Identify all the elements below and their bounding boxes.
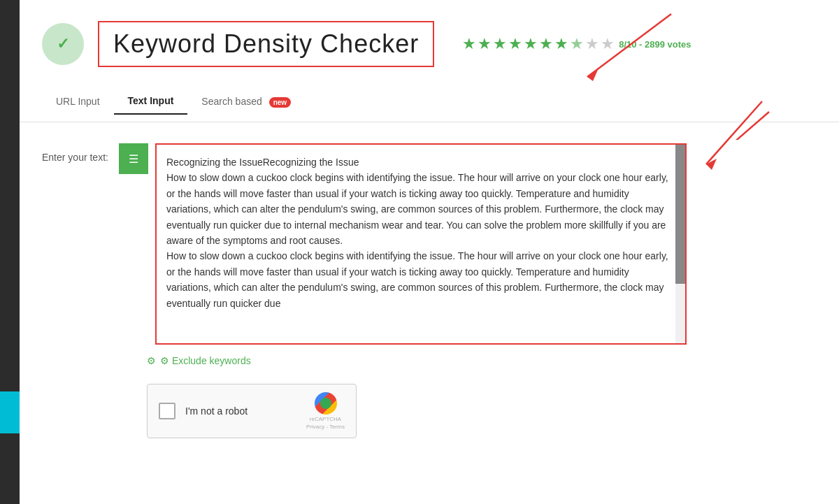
recaptcha-text: reCAPTCHA	[310, 416, 341, 422]
stars-container: ★ ★ ★ ★ ★ ★ ★ ★ ★ ★	[462, 35, 615, 53]
text-input-area[interactable]: Recognizing the IssueRecognizing the Iss…	[157, 145, 685, 340]
rating-text: 8/10 - 2899 votes	[619, 39, 691, 50]
logo-chevron-icon: ✓	[57, 35, 69, 53]
captcha-checkbox[interactable]	[159, 403, 175, 419]
svg-marker-1	[587, 70, 598, 81]
recaptcha-privacy: Privacy - Terms	[306, 424, 345, 430]
star-1: ★	[462, 35, 476, 53]
star-3: ★	[493, 35, 507, 53]
logo-circle[interactable]: ✓	[42, 23, 84, 65]
star-7: ★	[554, 35, 568, 53]
star-2: ★	[478, 35, 492, 53]
textarea-wrapper: Recognizing the IssueRecognizing the Iss…	[155, 143, 687, 345]
star-6: ★	[539, 35, 553, 53]
main-content: Enter your text: ☰ Recognizing the Issue…	[0, 122, 839, 459]
recaptcha-badge-icon	[315, 392, 337, 415]
text-tools-icon: ☰	[129, 152, 138, 166]
page-wrapper: ✓ Keyword Density Checker ★ ★ ★ ★ ★ ★ ★ …	[0, 0, 839, 504]
tabs-bar: URL Input Text Input Search based new	[0, 81, 839, 122]
gear-icon: ⚙	[147, 355, 156, 366]
tab-search-based-label: Search based	[201, 96, 261, 107]
star-8: ★	[570, 35, 584, 53]
star-4: ★	[508, 35, 522, 53]
tab-search-based[interactable]: Search based new	[187, 89, 305, 114]
rating-area: ★ ★ ★ ★ ★ ★ ★ ★ ★ ★ 8/10 - 2899 votes	[462, 35, 691, 53]
tab-url-input[interactable]: URL Input	[42, 89, 114, 114]
new-badge: new	[269, 97, 291, 108]
input-row: Enter your text: ☰ Recognizing the Issue…	[42, 143, 797, 345]
scrollbar-track	[675, 145, 685, 343]
star-9: ★	[585, 35, 599, 53]
header: ✓ Keyword Density Checker ★ ★ ★ ★ ★ ★ ★ …	[0, 0, 839, 81]
captcha-area: I'm not a robot reCAPTCHA Privacy - Term…	[42, 384, 797, 438]
input-label: Enter your text:	[42, 143, 112, 163]
recaptcha-logo: reCAPTCHA Privacy - Terms	[306, 392, 345, 430]
star-5: ★	[524, 35, 538, 53]
title-box: Keyword Density Checker	[98, 21, 434, 67]
scrollbar-thumb[interactable]	[675, 145, 685, 284]
exclude-keywords-section: ⚙ ⚙ Exclude keywords	[42, 354, 797, 367]
tab-text-input[interactable]: Text Input	[114, 88, 188, 115]
captcha-label: I'm not a robot	[185, 405, 296, 417]
exclude-keywords-link[interactable]: ⚙ ⚙ Exclude keywords	[147, 355, 251, 366]
text-tools-button[interactable]: ☰	[119, 143, 148, 174]
exclude-keywords-label: ⚙ Exclude keywords	[160, 355, 251, 366]
page-title: Keyword Density Checker	[113, 29, 419, 59]
recaptcha-inner	[320, 398, 331, 409]
captcha-box[interactable]: I'm not a robot reCAPTCHA Privacy - Term…	[147, 384, 357, 438]
star-10: ★	[601, 35, 615, 53]
